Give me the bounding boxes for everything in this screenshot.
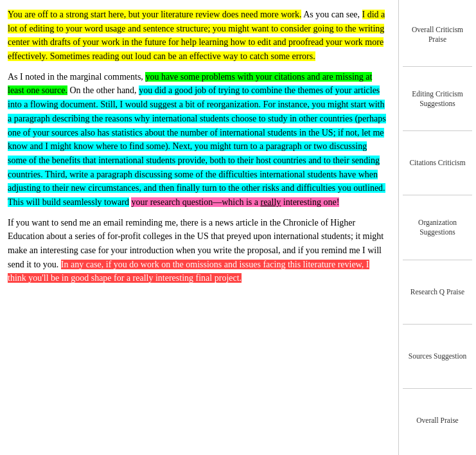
highlight-overall-criticism: You are off to a strong start here, but …	[8, 10, 301, 19]
sidebar-label-overall-criticism-praise: Overall Criticism Praise	[405, 25, 470, 44]
paragraph-2: As I noted in the marginal comments, you…	[8, 70, 388, 210]
sidebar-label-overall-praise: Overall Praise	[416, 416, 458, 425]
paragraph-1: You are off to a strong start here, but …	[8, 8, 388, 64]
highlight-organization-start: you did a good job of trying to combine …	[8, 85, 386, 207]
sidebar-item-research-q-praise: Research Q Praise	[403, 260, 472, 325]
sidebar-label-organization-suggestions: Organization Suggestions	[405, 218, 470, 237]
sidebar: Overall Criticism Praise Editing Critici…	[398, 0, 476, 455]
paragraph-3: If you want to send me an email remindin…	[8, 216, 388, 285]
highlight-overall-praise: In any case, if you do work on the omiss…	[8, 260, 369, 283]
sidebar-label-research-q-praise: Research Q Praise	[410, 287, 464, 297]
sidebar-item-sources-suggestion: Sources Suggestion	[403, 325, 472, 389]
sidebar-label-citations-criticism: Citations Criticism	[409, 158, 465, 168]
main-content: You are off to a strong start here, but …	[0, 0, 398, 455]
sidebar-label-sources-suggestion: Sources Suggestion	[409, 352, 466, 361]
sidebar-item-editing-criticism-suggestions: Editing Criticism Suggestions	[403, 67, 472, 131]
sidebar-item-overall-criticism-praise: Overall Criticism Praise	[403, 3, 472, 67]
sidebar-item-overall-praise: Overall Praise	[403, 389, 472, 452]
highlight-research-q-praise: your research question—which is a really…	[131, 197, 339, 207]
sidebar-item-citations-criticism: Citations Criticism	[403, 131, 472, 195]
sidebar-label-editing-criticism-suggestions: Editing Criticism Suggestions	[405, 89, 470, 109]
sidebar-item-organization-suggestions: Organization Suggestions	[403, 195, 472, 260]
